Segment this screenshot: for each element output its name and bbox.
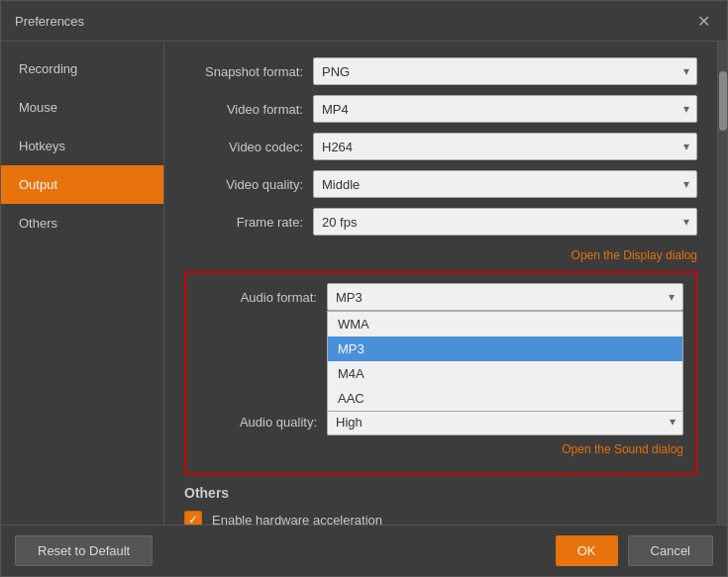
audio-quality-label: Audio quality: (198, 415, 327, 430)
title-bar: Preferences ✕ (1, 1, 727, 42)
preferences-dialog: Preferences ✕ Recording Mouse Hotkeys Ou… (0, 0, 728, 577)
video-quality-select-wrapper: Middle ▾ (313, 170, 697, 198)
sidebar-item-recording[interactable]: Recording (1, 49, 163, 88)
audio-format-dropdown-arrow: ▾ (669, 290, 675, 304)
audio-option-m4a[interactable]: M4A (328, 361, 682, 386)
video-format-select[interactable]: MP4 (313, 95, 697, 123)
video-codec-label: Video codec: (184, 140, 313, 154)
video-codec-select[interactable]: H264 (313, 133, 697, 160)
checkbox-hardware-accel[interactable]: ✓ (184, 511, 202, 525)
sidebar-item-output[interactable]: Output (1, 165, 163, 204)
footer: Reset to Default OK Cancel (1, 525, 727, 576)
audio-format-dropdown-list: WMA MP3 M4A AAC (327, 311, 683, 412)
dialog-title: Preferences (15, 14, 84, 29)
content-area: Recording Mouse Hotkeys Output Others Sn… (1, 42, 727, 525)
video-format-row: Video format: MP4 ▾ (184, 95, 697, 123)
audio-format-label: Audio format: (198, 290, 327, 305)
video-quality-label: Video quality: (184, 177, 313, 192)
others-section: Others ✓ Enable hardware acceleration ✓ … (184, 485, 697, 525)
sidebar: Recording Mouse Hotkeys Output Others (1, 42, 164, 525)
video-quality-select[interactable]: Middle (313, 170, 697, 198)
checkbox-label-1: Enable hardware acceleration (212, 513, 382, 526)
video-format-select-wrapper: MP4 ▾ (313, 95, 697, 123)
audio-quality-select-wrapper: High ▾ (327, 408, 683, 435)
cancel-button[interactable]: Cancel (628, 535, 713, 566)
reset-button[interactable]: Reset to Default (15, 535, 153, 566)
open-display-dialog-link[interactable]: Open the Display dialog (572, 248, 697, 262)
main-panel: Snapshot format: PNG ▾ Video format: MP4 (164, 42, 717, 525)
audio-section: Audio format: MP3 ▾ WMA MP3 M4A AAC (184, 271, 697, 475)
snapshot-format-row: Snapshot format: PNG ▾ (184, 57, 697, 85)
frame-rate-select-wrapper: 20 fps ▾ (313, 208, 697, 236)
audio-option-mp3[interactable]: MP3 (328, 337, 682, 361)
video-codec-row: Video codec: H264 ▾ (184, 133, 697, 160)
audio-option-wma[interactable]: WMA (328, 312, 682, 337)
audio-format-dropdown-container: MP3 ▾ WMA MP3 M4A AAC (327, 283, 683, 311)
sidebar-item-hotkeys[interactable]: Hotkeys (1, 127, 163, 165)
checkbox-row-1: ✓ Enable hardware acceleration (184, 511, 697, 525)
scrollbar[interactable] (717, 42, 727, 525)
ok-button[interactable]: OK (556, 535, 618, 566)
frame-rate-row: Frame rate: 20 fps ▾ (184, 208, 697, 236)
audio-format-selected[interactable]: MP3 ▾ (327, 283, 683, 311)
frame-rate-label: Frame rate: (184, 215, 313, 230)
audio-quality-select[interactable]: High (327, 408, 683, 435)
snapshot-format-label: Snapshot format: (184, 64, 313, 79)
video-codec-select-wrapper: H264 ▾ (313, 133, 697, 160)
video-quality-row: Video quality: Middle ▾ (184, 170, 697, 198)
video-format-label: Video format: (184, 102, 313, 117)
scroll-thumb[interactable] (719, 71, 727, 131)
open-sound-dialog-row: Open the Sound dialog (198, 439, 683, 457)
snapshot-format-select[interactable]: PNG (313, 57, 697, 85)
audio-format-row: Audio format: MP3 ▾ WMA MP3 M4A AAC (198, 283, 683, 311)
audio-quality-row: Audio quality: High ▾ (198, 408, 683, 435)
sidebar-item-others[interactable]: Others (1, 204, 163, 242)
open-display-dialog-row: Open the Display dialog (184, 245, 697, 263)
checkmark-1: ✓ (188, 514, 198, 525)
open-sound-dialog-link[interactable]: Open the Sound dialog (562, 442, 683, 456)
sidebar-item-mouse[interactable]: Mouse (1, 88, 163, 127)
others-title: Others (184, 485, 697, 501)
frame-rate-select[interactable]: 20 fps (313, 208, 697, 236)
audio-option-aac[interactable]: AAC (328, 386, 682, 411)
close-button[interactable]: ✕ (693, 11, 713, 31)
snapshot-format-select-wrapper: PNG ▾ (313, 57, 697, 85)
footer-right-buttons: OK Cancel (556, 535, 713, 566)
